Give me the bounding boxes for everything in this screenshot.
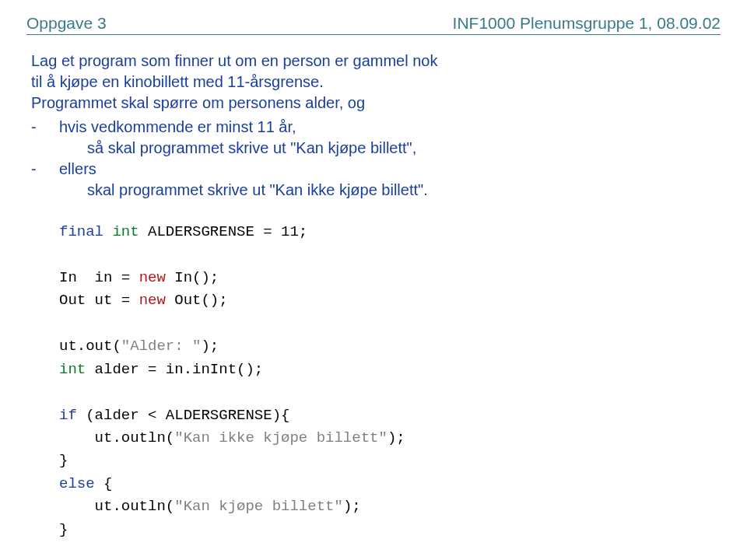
list-item: - hvis vedkommende er minst 11 år,	[31, 117, 721, 138]
code-text: alder = in.inInt();	[86, 361, 263, 378]
header-right: INF1000 Plenumsgruppe 1, 08.09.02	[453, 14, 721, 33]
code-text: }	[59, 521, 68, 538]
code-block: final int ALDERSGRENSE = 11; In in = new…	[31, 221, 721, 541]
bullet-subline: skal programmet skrive ut "Kan ikke kjøp…	[31, 180, 721, 201]
bullet-list: - hvis vedkommende er minst 11 år, så sk…	[31, 117, 721, 201]
header-left: Oppgave 3	[26, 14, 107, 33]
list-item: - ellers	[31, 159, 721, 180]
code-text: );	[388, 429, 405, 446]
slide-header: Oppgave 3 INF1000 Plenumsgruppe 1, 08.09…	[26, 14, 721, 35]
keyword-int: int	[59, 361, 86, 378]
intro-line-1: Lag et program som finner ut om en perso…	[31, 51, 721, 72]
code-text: Out ut =	[59, 292, 139, 309]
intro-line-2: til å kjøpe en kinobillett med 11-årsgre…	[31, 72, 721, 93]
intro-line-3: Programmet skal spørre om personens alde…	[31, 93, 721, 114]
code-text: ut.outln(	[59, 429, 174, 446]
bullet-dash: -	[31, 117, 59, 138]
code-text: );	[343, 498, 361, 515]
bullet-dash: -	[31, 159, 59, 180]
keyword-else: else	[59, 475, 95, 492]
string-literal: "Alder: "	[121, 338, 202, 355]
bullet-text: ellers	[59, 159, 721, 180]
intro-text: Lag et program som finner ut om en perso…	[31, 51, 721, 114]
code-text: ut.outln(	[59, 498, 174, 515]
string-literal: "Kan kjøpe billett"	[174, 498, 343, 515]
slide: Oppgave 3 INF1000 Plenumsgruppe 1, 08.09…	[0, 0, 747, 560]
code-text: }	[59, 452, 68, 469]
keyword-new: new	[139, 269, 166, 286]
keyword-final: final	[59, 223, 103, 240]
code-text: );	[201, 338, 219, 355]
code-text: In();	[166, 269, 219, 286]
slide-body: Lag et program som finner ut om en perso…	[26, 51, 721, 541]
code-text: {	[95, 475, 113, 492]
keyword-int: int	[112, 223, 139, 240]
code-text: Out();	[166, 292, 228, 309]
keyword-new: new	[139, 292, 166, 309]
code-text: ALDERSGRENSE = 11;	[139, 223, 308, 240]
bullet-subline: så skal programmet skrive ut "Kan kjøpe …	[31, 138, 721, 159]
bullet-text: hvis vedkommende er minst 11 år,	[59, 117, 721, 138]
string-literal: "Kan ikke kjøpe billett"	[174, 429, 388, 446]
code-text: ut.out(	[59, 338, 121, 355]
keyword-if: if	[59, 407, 77, 424]
code-text: (alder < ALDERSGRENSE){	[77, 407, 290, 424]
code-text: In in =	[59, 269, 139, 286]
